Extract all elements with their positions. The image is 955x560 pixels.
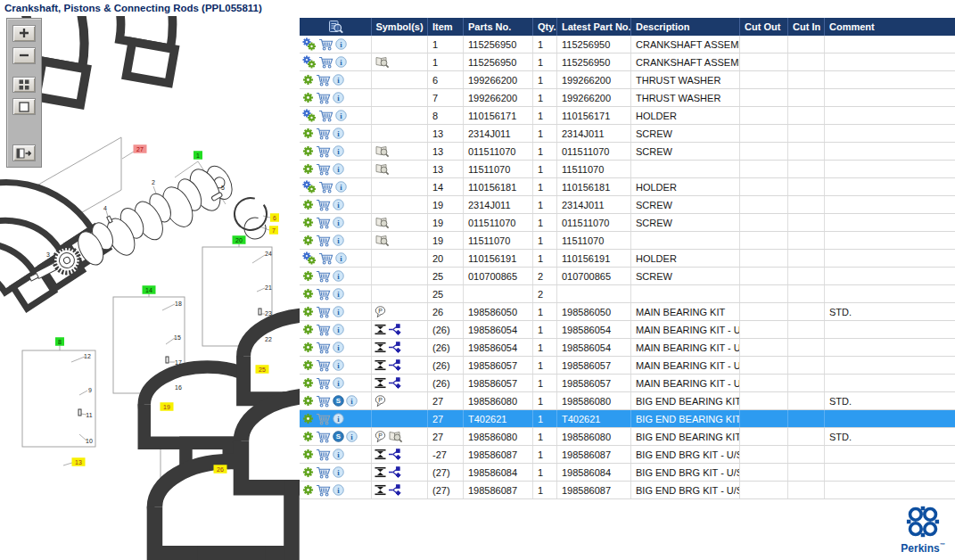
info-icon[interactable]	[335, 110, 347, 121]
table-row-item-1-0[interactable]: 11152569501115256950CRANKSHAFT ASSEMBLY	[300, 36, 955, 54]
cart-icon[interactable]	[318, 56, 333, 69]
gear-icon[interactable]	[302, 431, 314, 442]
cart-icon[interactable]	[316, 288, 331, 301]
cart-icon[interactable]	[316, 377, 331, 390]
zoom-in-button[interactable]	[12, 25, 36, 42]
cart-icon[interactable]	[318, 38, 333, 51]
part-label-26[interactable]: 26	[214, 465, 227, 474]
column-header-actions[interactable]	[300, 18, 372, 36]
cart-icon[interactable]	[318, 110, 333, 122]
gear-icon[interactable]	[302, 92, 314, 103]
cart-icon[interactable]	[316, 359, 331, 372]
part-label-10[interactable]: 10	[86, 438, 93, 444]
undersize-icon[interactable]	[375, 449, 386, 460]
part-label-3[interactable]: 3	[46, 251, 50, 258]
alternative-icon[interactable]	[388, 449, 401, 460]
table-row-item-19-11[interactable]: 1911511070111511070	[300, 232, 955, 250]
info-icon[interactable]	[333, 217, 344, 228]
part-label-1[interactable]: 1	[193, 151, 202, 160]
part-label-11[interactable]: 11	[86, 412, 92, 418]
table-row-item-1-1[interactable]: 11152569501115256950CRANKSHAFT ASSEMBLY	[300, 54, 955, 71]
gears-icon[interactable]	[302, 55, 317, 69]
column-header-parts[interactable]: Parts No.	[464, 18, 533, 36]
part-label-17[interactable]: 17	[175, 359, 182, 366]
part-label-15[interactable]: 15	[174, 334, 181, 341]
table-row-item-19-10[interactable]: 190115110701011511070SCREW	[300, 214, 955, 232]
gear-icon[interactable]	[302, 466, 314, 478]
search-list-icon[interactable]	[326, 20, 344, 34]
alternative-icon[interactable]	[388, 377, 401, 389]
part-label-6[interactable]: 6	[270, 213, 279, 222]
part-label-14[interactable]: 14	[143, 285, 156, 294]
gears-icon[interactable]	[302, 37, 317, 51]
column-header-desc[interactable]: Description	[631, 18, 740, 36]
table-row-item-26-19[interactable]: (26)1985860571198586057MAIN BEARING KIT …	[300, 375, 955, 392]
table-row-item-26-15[interactable]: 261985860501198586050MAIN BEARING KITSTD…	[300, 303, 955, 321]
note-balloon-icon[interactable]	[375, 395, 386, 408]
gear-icon[interactable]	[302, 217, 314, 228]
gear-icon[interactable]	[302, 288, 314, 300]
info-icon[interactable]	[335, 56, 347, 68]
alternative-icon[interactable]	[388, 342, 401, 353]
info-icon[interactable]	[333, 199, 344, 210]
note-balloon-icon[interactable]	[375, 431, 386, 443]
info-icon[interactable]	[333, 306, 344, 317]
part-label-13[interactable]: 13	[72, 457, 86, 466]
zoom-out-button[interactable]	[12, 47, 36, 64]
table-row-item-27-20[interactable]: 271985860801198586080BIG END BEARING KIT…	[300, 392, 955, 410]
cart-icon[interactable]	[316, 92, 331, 104]
book-search-icon[interactable]	[388, 430, 403, 443]
info-icon[interactable]	[346, 395, 358, 407]
info-icon[interactable]	[333, 270, 344, 282]
gear-icon[interactable]	[302, 484, 314, 496]
info-icon[interactable]	[335, 38, 347, 50]
cart-icon[interactable]	[316, 395, 331, 408]
table-row-item-6-2[interactable]: 61992662001199266200THRUST WASHER	[300, 71, 955, 89]
table-row-item-26-17[interactable]: (26)1985860541198586054MAIN BEARING KIT …	[300, 339, 955, 357]
info-icon[interactable]	[333, 413, 344, 424]
gear-icon[interactable]	[302, 270, 314, 282]
cart-icon[interactable]	[316, 128, 331, 140]
part-label-18[interactable]: 18	[175, 301, 182, 307]
info-icon[interactable]	[333, 466, 344, 478]
column-header-qty[interactable]: Qty.	[533, 18, 557, 36]
gears-icon[interactable]	[302, 251, 317, 265]
gear-icon[interactable]	[302, 306, 314, 317]
cart-icon[interactable]	[316, 145, 331, 158]
gear-icon[interactable]	[302, 324, 314, 335]
table-row-item-13-6[interactable]: 130115110701011511070SCREW	[300, 143, 955, 161]
table-row-item-27-22[interactable]: 271985860801198586080BIG END BEARING KIT…	[300, 428, 955, 446]
gear-icon[interactable]	[302, 359, 314, 371]
info-icon[interactable]	[333, 324, 344, 335]
part-label-24[interactable]: 24	[265, 251, 272, 257]
gear-icon[interactable]	[302, 413, 314, 424]
part-label-7[interactable]: 7	[269, 226, 278, 235]
cart-icon[interactable]	[316, 235, 331, 247]
alternative-icon[interactable]	[388, 324, 401, 335]
table-row-item-27-21[interactable]: 27T4026211T402621BIG END BEARING KIT	[300, 410, 955, 428]
table-row-item-13-7[interactable]: 1311511070111511070	[300, 161, 955, 178]
info-icon[interactable]	[333, 145, 344, 157]
alternative-icon[interactable]	[388, 359, 401, 371]
cart-icon[interactable]	[318, 181, 333, 194]
part-label-22[interactable]: 22	[265, 336, 272, 342]
cart-disabled-icon[interactable]	[316, 413, 331, 425]
part-label-8[interactable]: 8	[55, 337, 64, 346]
cart-icon[interactable]	[316, 342, 331, 354]
table-row-item-8-4[interactable]: 81101561711110156171HOLDER	[300, 107, 955, 125]
cart-icon[interactable]	[316, 270, 331, 283]
book-search-icon[interactable]	[375, 162, 390, 176]
info-icon[interactable]	[333, 342, 344, 353]
s-badge-icon[interactable]	[333, 431, 344, 442]
cart-icon[interactable]	[316, 74, 331, 86]
column-header-comment[interactable]: Comment	[825, 18, 955, 36]
cart-icon[interactable]	[316, 324, 331, 336]
cart-icon[interactable]	[316, 163, 331, 176]
part-label-16[interactable]: 16	[175, 384, 182, 391]
column-header-item[interactable]: Item	[428, 18, 464, 36]
part-label-23[interactable]: 23	[265, 310, 272, 317]
table-row-item-27-25[interactable]: (27)1985860871198586087BIG END BRG KIT -…	[300, 482, 955, 499]
table-row-item-26-16[interactable]: (26)1985860541198586054MAIN BEARING KIT …	[300, 321, 955, 339]
info-icon[interactable]	[346, 431, 358, 442]
info-icon[interactable]	[333, 377, 344, 389]
